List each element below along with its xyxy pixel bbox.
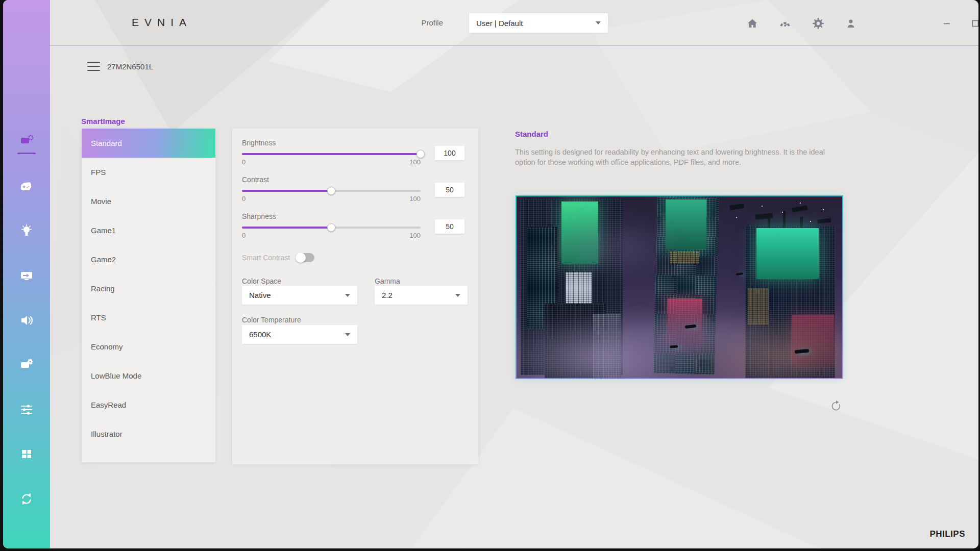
sidebar-item-audio[interactable] — [19, 313, 34, 328]
mode-item-racing[interactable]: Racing — [82, 274, 215, 303]
account-button[interactable] — [845, 17, 857, 30]
dashboard-button[interactable] — [779, 17, 791, 30]
smartimage-mode-list: Standard FPS Movie Game1 Game2 Racing RT… — [82, 129, 215, 462]
sidebar-item-lighting[interactable] — [19, 223, 34, 238]
slider-max: 100 — [409, 232, 421, 239]
chevron-down-icon — [345, 333, 350, 336]
layout-icon — [19, 446, 34, 462]
color-temperature-dropdown[interactable]: 6500K — [242, 325, 357, 344]
profile-label: Profile — [387, 18, 443, 27]
sharpness-value[interactable]: 50 — [435, 219, 464, 234]
contrast-slider[interactable] — [242, 190, 421, 192]
smartimage-title: SmartImage — [81, 117, 125, 126]
smartimage-icon — [19, 133, 34, 148]
contrast-slider-row: Contrast 0 100 50 — [242, 176, 467, 184]
color-space-value: Native — [249, 291, 345, 299]
slider-knob[interactable] — [327, 187, 335, 195]
sidebar-nav — [3, 0, 50, 548]
mode-item-movie[interactable]: Movie — [82, 187, 215, 216]
settings-panel: Brightness 0 100 100 Contrast 0 100 50 — [232, 129, 478, 464]
device-model: 27M2N6501L — [107, 62, 153, 71]
mode-item-economy[interactable]: Economy — [82, 332, 215, 361]
mode-item-game2[interactable]: Game2 — [82, 245, 215, 274]
mode-item-lowblue[interactable]: LowBlue Mode — [82, 361, 215, 390]
home-button[interactable] — [746, 17, 758, 30]
preview-image — [517, 196, 842, 378]
sidebar-item-adjustments[interactable] — [19, 402, 34, 417]
minimize-button[interactable] — [940, 17, 953, 30]
profile-dropdown-value: User | Default — [476, 19, 596, 28]
reset-refresh-icon — [829, 399, 843, 413]
gamma-label: Gamma — [375, 277, 400, 285]
smart-contrast-toggle[interactable] — [296, 253, 314, 262]
color-temperature-label: Color Temperature — [242, 316, 301, 324]
display-settings-icon — [19, 357, 34, 372]
mode-item-fps[interactable]: FPS — [82, 158, 215, 187]
sidebar-item-sync[interactable] — [19, 491, 34, 507]
slider-min: 0 — [242, 195, 246, 203]
mode-item-rts[interactable]: RTS — [82, 303, 215, 332]
dashboard-gauge-icon — [779, 17, 791, 30]
gamma-dropdown[interactable]: 2.2 — [375, 286, 468, 305]
sharpness-label: Sharpness — [242, 212, 467, 220]
mode-item-easyread[interactable]: EasyRead — [82, 390, 215, 419]
menu-button[interactable] — [87, 62, 100, 71]
chevron-down-icon — [596, 21, 601, 24]
slider-max: 100 — [409, 195, 421, 203]
contrast-value[interactable]: 50 — [435, 183, 464, 197]
maximize-icon — [971, 19, 978, 28]
audio-icon — [19, 313, 34, 328]
slider-fill — [242, 227, 331, 229]
evnia-logo: EVNIA — [132, 16, 192, 29]
mode-item-game1[interactable]: Game1 — [82, 216, 215, 245]
brightness-label: Brightness — [242, 139, 467, 147]
chevron-down-icon — [455, 294, 460, 297]
profile-dropdown[interactable]: User | Default — [469, 13, 608, 33]
toggle-knob — [296, 253, 306, 263]
sidebar-item-layout[interactable] — [19, 446, 34, 462]
slider-fill — [242, 190, 331, 192]
color-space-dropdown[interactable]: Native — [242, 286, 357, 305]
adjustments-icon — [19, 402, 34, 417]
sharpness-slider-row: Sharpness 0 100 50 — [242, 212, 467, 220]
gamma-value: 2.2 — [382, 291, 455, 299]
lighting-icon — [19, 223, 34, 238]
preview-frame — [516, 195, 843, 379]
sidebar-item-game-mode[interactable] — [19, 179, 34, 194]
home-icon — [746, 17, 758, 30]
sidebar-item-display-settings[interactable] — [19, 357, 34, 372]
brightness-slider[interactable] — [242, 153, 421, 155]
slider-min: 0 — [242, 232, 246, 239]
sidebar-item-smartimage[interactable] — [19, 133, 34, 148]
mode-detail-description: This setting is designed for readability… — [515, 147, 839, 167]
smart-contrast-label: Smart Contrast — [242, 254, 290, 262]
reset-button[interactable] — [829, 399, 843, 413]
color-space-label: Color Space — [242, 277, 281, 285]
input-source-icon — [19, 268, 34, 283]
brightness-value[interactable]: 100 — [435, 146, 464, 160]
contrast-label: Contrast — [242, 176, 467, 184]
sidebar-item-input-source[interactable] — [19, 268, 34, 283]
sharpness-slider[interactable] — [242, 227, 421, 229]
settings-button[interactable] — [812, 17, 824, 30]
chevron-down-icon — [345, 294, 350, 297]
maximize-button[interactable] — [969, 17, 978, 30]
account-user-icon — [845, 17, 857, 30]
hamburger-icon — [87, 62, 100, 63]
slider-knob[interactable] — [416, 150, 425, 158]
color-temperature-value: 6500K — [249, 330, 345, 339]
topbar: EVNIA Profile User | Default — [50, 0, 978, 46]
brightness-slider-row: Brightness 0 100 100 — [242, 139, 467, 147]
slider-max: 100 — [409, 158, 421, 166]
mode-item-standard[interactable]: Standard — [82, 129, 215, 158]
slider-fill — [242, 153, 421, 155]
game-mode-icon — [19, 179, 34, 194]
philips-logo: PHILIPS — [929, 529, 965, 539]
slider-knob[interactable] — [327, 223, 335, 232]
slider-min: 0 — [242, 158, 246, 166]
settings-gear-icon — [812, 17, 824, 30]
mode-item-illustrator[interactable]: Illustrator — [82, 419, 215, 448]
minimize-icon — [943, 19, 951, 28]
mode-detail-title: Standard — [515, 130, 548, 138]
sidebar-active-indicator — [17, 153, 36, 154]
